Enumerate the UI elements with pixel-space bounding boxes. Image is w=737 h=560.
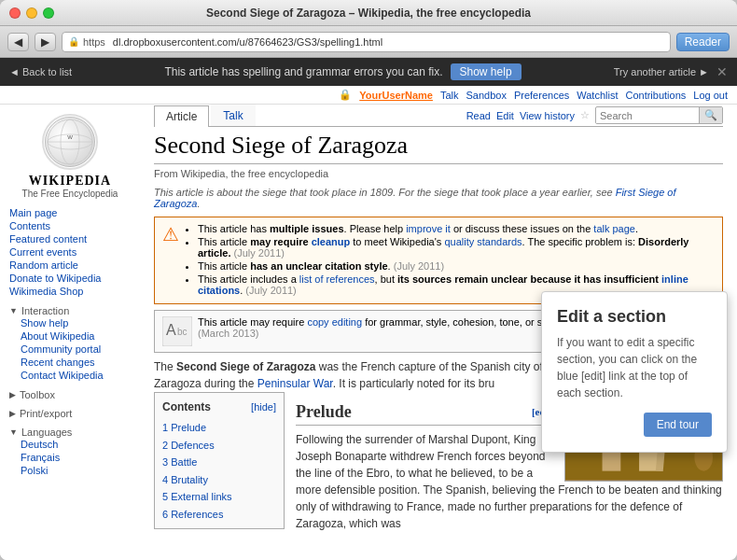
tab-talk[interactable]: Talk [211,105,255,126]
contents-box: Contents [hide] 1 Prelude 2 Defences 3 B… [154,392,285,529]
logout-link[interactable]: Log out [693,90,728,101]
tab-article[interactable]: Article [154,105,209,127]
improve-link[interactable]: improve it [406,223,451,234]
forward-button[interactable]: ▶ [35,33,56,51]
sidebar-item-deutsch[interactable]: Deutsch [21,438,131,451]
end-tour-button[interactable]: End tour [644,413,712,437]
contents-hide-link[interactable]: [hide] [251,399,276,415]
sidebar-item-community[interactable]: Community portal [21,343,131,356]
hatnote: This article is about the siege that too… [154,187,723,209]
back-button[interactable]: ◀ [7,33,29,51]
wiki-topbar: 🔒 YourUserName Talk Sandbox Preferences … [0,86,737,105]
interaction-label: Interaction [21,305,69,316]
browser-toolbar: ◀ ▶ 🔒 https dl.dropboxusercontent.com/u/… [0,26,737,58]
warning-item-0: This article has multiple issues. Please… [198,223,715,234]
cleanup-link[interactable]: cleanup [312,236,351,247]
reader-button[interactable]: Reader [676,33,730,51]
toolbox-section-toggle[interactable]: ▶ Toolbox [9,389,131,400]
contents-item-4: 5 External links [162,488,276,506]
sidebar-item-polski[interactable]: Polski [21,464,131,477]
edit-link-tab[interactable]: Edit [496,110,514,121]
talk-link[interactable]: Talk [440,90,459,101]
contents-link-5[interactable]: 6 References [162,509,223,520]
sidebar-item-mainpage[interactable]: Main page [9,206,131,219]
title-bar: Second Siege of Zaragoza – Wikipedia, th… [0,0,737,26]
contents-link-1[interactable]: 2 Defences [162,440,215,451]
star-icon[interactable]: ☆ [580,109,590,121]
preferences-link[interactable]: Preferences [514,90,569,101]
page-title: Second Siege of Zaragoza – Wikipedia, th… [206,7,531,20]
username-link[interactable]: YourUserName [359,90,433,101]
article-subtitle: From Wikipedia, the free encyclopedia [154,168,723,179]
sidebar-section-toolbox: ▶ Toolbox [9,389,131,400]
sandbox-link[interactable]: Sandbox [466,90,507,101]
interaction-section-toggle[interactable]: ▼ Interaction [9,305,131,316]
print-label: Print/export [20,408,72,419]
search-button[interactable]: 🔍 [699,107,722,123]
collapse-icon-lang: ▼ [9,427,18,437]
logo-image: W [42,114,98,170]
read-link[interactable]: Read [466,110,491,121]
sidebar-item-current[interactable]: Current events [9,245,131,259]
try-another-link[interactable]: Try another article ► [614,66,709,77]
section-header-prelude: Prelude [edit] [296,399,555,426]
talk-page-link[interactable]: talk page [593,223,635,234]
sidebar: W WIKIPEDIA The Free Encyclopedia Main p… [0,105,140,560]
search-box: 🔍 [595,106,723,124]
close-button[interactable] [9,7,21,19]
minimize-button[interactable] [26,7,37,19]
contents-item-2: 3 Battle [162,454,276,471]
sidebar-item-contact[interactable]: Contact Wikipedia [21,369,131,382]
sidebar-item-featured[interactable]: Featured content [9,232,131,245]
print-section-toggle[interactable]: ▶ Print/export [9,408,131,419]
article-title: Second Siege of Zaragoza [154,132,723,164]
sidebar-item-showhelp[interactable]: Show help [21,316,131,329]
watchlist-link[interactable]: Watchlist [577,90,618,101]
sidebar-item-francais[interactable]: Français [21,451,131,464]
contents-item-0: 1 Prelude [162,419,276,437]
interaction-items: Show help About Wikipedia Community port… [9,316,131,382]
wiki-name: WIKIPEDIA [9,174,131,189]
show-help-button[interactable]: Show help [451,63,521,80]
contents-item-1: 2 Defences [162,437,276,455]
svg-text:W: W [67,134,73,140]
svg-text:bc: bc [177,327,188,337]
content-area: Article Talk Read Edit View history ☆ 🔍 … [140,105,737,560]
contents-link-0[interactable]: 1 Prelude [162,422,206,433]
tab-actions: Read Edit View history ☆ 🔍 [466,106,723,124]
url-bar[interactable]: 🔒 https dl.dropboxusercontent.com/u/8766… [62,32,671,52]
copy-editing-link[interactable]: copy editing [307,316,362,328]
maximize-button[interactable] [43,7,54,19]
close-notification-button[interactable]: ✕ [716,64,728,79]
lock-icon-wiki: 🔒 [339,89,352,101]
languages-section-toggle[interactable]: ▼ Languages [9,427,131,438]
warning-item-1: This article may require cleanup to meet… [198,236,715,259]
contents-link-4[interactable]: 5 External links [162,491,232,502]
quality-standards-link[interactable]: quality standards [444,236,521,247]
contents-link-3[interactable]: 4 Brutality [162,474,208,485]
tooltip-text: If you want to edit a specific section, … [557,334,712,401]
hatnote-link[interactable]: First Siege of Zaragoza [154,187,676,209]
contents-link-2[interactable]: 3 Battle [162,456,197,468]
svg-text:A: A [166,322,176,338]
sidebar-item-wikimediashop[interactable]: Wikimedia Shop [9,285,131,298]
notification-bar: ◄ Back to list This article has spelling… [0,58,737,86]
sidebar-item-recent[interactable]: Recent changes [21,356,131,369]
view-history-link[interactable]: View history [520,110,575,121]
warning-list: This article has multiple issues. Please… [185,223,715,296]
wiki-tagline: The Free Encyclopedia [9,189,131,199]
sidebar-item-about[interactable]: About Wikipedia [21,329,131,343]
references-link[interactable]: list of references [299,273,375,285]
sidebar-item-donate[interactable]: Donate to Wikipedia [9,272,131,285]
peninsular-war-link[interactable]: Peninsular War [257,377,333,390]
contributions-link[interactable]: Contributions [625,90,686,101]
contents-item-5: 6 References [162,506,276,524]
sidebar-item-contents[interactable]: Contents [9,219,131,232]
back-to-list-link[interactable]: ◄ Back to list [9,66,72,77]
window-controls [9,7,54,19]
language-items: Deutsch Français Polski [9,438,131,477]
expand-icon-print: ▶ [9,409,16,418]
sidebar-item-random[interactable]: Random article [9,259,131,272]
search-input[interactable] [596,108,699,123]
url-text: dl.dropboxusercontent.com/u/87664623/GS3… [113,36,664,48]
